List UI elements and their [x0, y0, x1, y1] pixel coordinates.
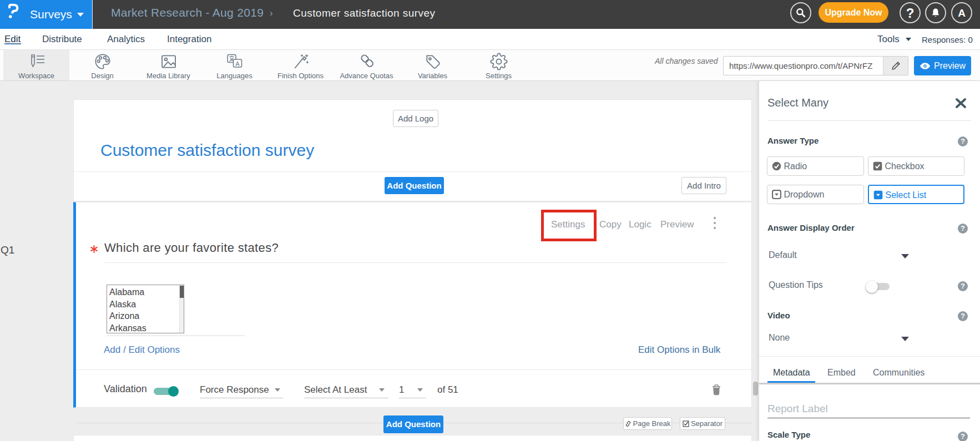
svg-text:A: A [235, 60, 240, 67]
